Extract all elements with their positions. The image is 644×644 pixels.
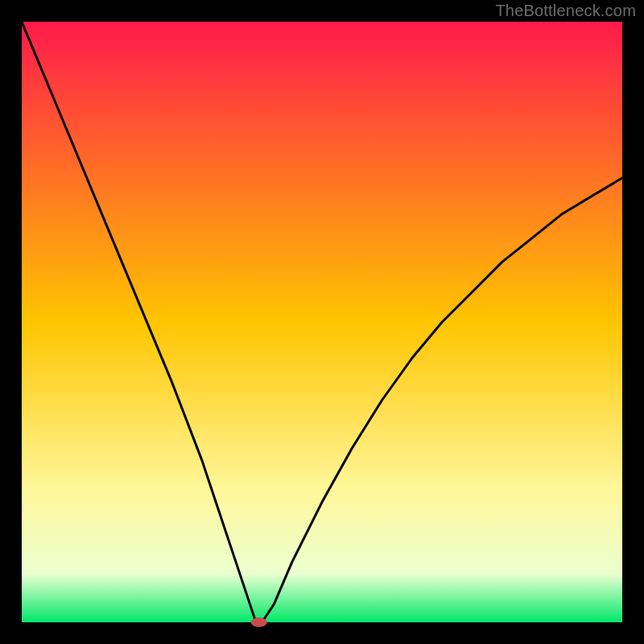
optimal-marker [251, 617, 267, 627]
marker-group [251, 617, 267, 627]
bottleneck-chart [0, 0, 644, 644]
plot-background [22, 22, 622, 622]
attribution-label: TheBottleneck.com [495, 2, 636, 20]
chart-container: TheBottleneck.com [0, 0, 644, 644]
